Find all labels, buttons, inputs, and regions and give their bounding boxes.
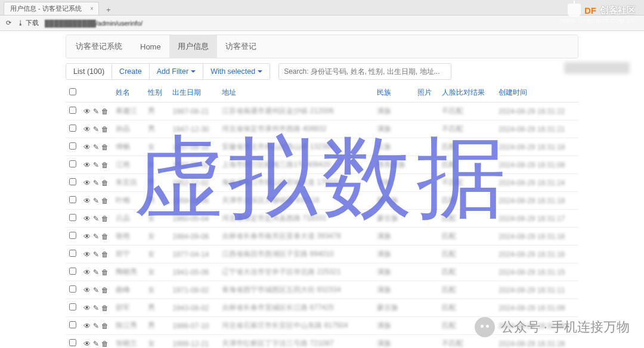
row-checkbox[interactable]: [69, 178, 76, 185]
create-button[interactable]: Create: [112, 63, 150, 80]
edit-icon[interactable]: ✎: [93, 143, 99, 151]
address-bar[interactable]: ███████████/admin/userinfo/: [45, 20, 638, 27]
delete-icon[interactable]: 🗑: [101, 250, 109, 259]
table-row[interactable]: 👁✎🗑叶梅男1959-04-06天津市北辰区天穆镇路 935116蒙古族匹配20…: [66, 192, 578, 210]
nav-home[interactable]: Home: [132, 35, 169, 58]
view-icon[interactable]: 👁: [83, 232, 91, 241]
row-checkbox[interactable]: [69, 268, 76, 275]
edit-icon[interactable]: ✎: [93, 179, 99, 187]
edit-icon[interactable]: ✎: [93, 304, 99, 312]
view-icon[interactable]: 👁: [83, 304, 91, 312]
col-name[interactable]: 姓名: [112, 83, 144, 102]
delete-icon[interactable]: 🗑: [101, 268, 109, 276]
select-all-checkbox[interactable]: [69, 88, 76, 95]
view-icon[interactable]: 👁: [83, 286, 91, 294]
user-menu-blurred[interactable]: [564, 62, 630, 74]
cell-name: 傅畅: [112, 138, 144, 156]
cell-gender: 男: [144, 317, 169, 335]
view-icon[interactable]: 👁: [83, 107, 91, 116]
table-row[interactable]: 👁✎🗑孙晶男1947-12-30河北省保定市涿州市西路 408832满族不匹配2…: [66, 120, 578, 138]
edit-icon[interactable]: ✎: [93, 197, 99, 205]
row-checkbox[interactable]: [69, 321, 76, 328]
row-checkbox[interactable]: [69, 142, 76, 150]
delete-icon[interactable]: 🗑: [101, 179, 109, 187]
nav-userinfo[interactable]: 用户信息: [169, 35, 217, 58]
search-input[interactable]: [278, 63, 451, 80]
delete-icon[interactable]: 🗑: [101, 340, 109, 348]
col-birth[interactable]: 出生日期: [169, 83, 218, 102]
row-checkbox[interactable]: [69, 214, 76, 221]
edit-icon[interactable]: ✎: [93, 125, 99, 133]
edit-icon[interactable]: ✎: [93, 107, 99, 116]
cell-ethnic: 满族: [373, 335, 414, 349]
col-select-all[interactable]: [66, 83, 80, 102]
delete-icon[interactable]: 🗑: [101, 232, 109, 241]
row-checkbox[interactable]: [69, 303, 76, 310]
delete-icon[interactable]: 🗑: [101, 161, 109, 169]
edit-icon[interactable]: ✎: [93, 286, 99, 294]
view-icon[interactable]: 👁: [83, 179, 91, 187]
table-row[interactable]: 👁✎🗑陈江秀男1986-07-10河北省石家庄市长安区中山东路 817504满族…: [66, 317, 578, 335]
row-checkbox[interactable]: [69, 125, 76, 132]
edit-icon[interactable]: ✎: [93, 322, 99, 330]
nav-visitor-log[interactable]: 访客登记: [217, 35, 265, 58]
table-row[interactable]: 👁✎🗑江艳女2002-03-02上海市闵行区虹梅三路1号 409420维吾尔族匹…: [66, 156, 578, 174]
col-photo[interactable]: 照片: [414, 83, 438, 102]
add-filter-button[interactable]: Add Filter: [150, 63, 204, 80]
tab-title: 用户信息 - 访客登记系统: [10, 4, 82, 13]
view-icon[interactable]: 👁: [83, 250, 91, 259]
browser-tab[interactable]: 用户信息 - 访客登记系统 ×: [4, 2, 99, 15]
col-ethnic[interactable]: 民族: [373, 83, 414, 102]
cell-ethnic: 满族: [373, 102, 414, 120]
edit-icon[interactable]: ✎: [93, 161, 99, 169]
table-row[interactable]: 👁✎🗑朱宏昌男1952-12-02海南省海口市琼山区府城大道 175032满族不…: [66, 174, 578, 192]
download-icon[interactable]: ⭳ 下载: [17, 18, 39, 27]
delete-icon[interactable]: 🗑: [101, 215, 109, 223]
row-checkbox[interactable]: [69, 285, 76, 293]
view-icon[interactable]: 👁: [83, 197, 91, 205]
row-checkbox[interactable]: [69, 107, 76, 114]
col-face[interactable]: 人脸比对结果: [438, 83, 495, 102]
view-icon[interactable]: 👁: [83, 268, 91, 276]
table-row[interactable]: 👁✎🗑吕晶女1960-05-04河北省保定市定兴县西路 718331蒙古族匹配2…: [66, 210, 578, 228]
row-checkbox[interactable]: [69, 339, 76, 346]
table-row[interactable]: 👁✎🗑蒋建江男1987-08-21江苏省南通市通州区金沙镇 212006满族不匹…: [66, 102, 578, 120]
row-checkbox[interactable]: [69, 250, 76, 257]
table-row[interactable]: 👁✎🗑陶晓亮女1941-05-06辽宁省大连市甘井子区华北路 225321满族匹…: [66, 263, 578, 281]
edit-icon[interactable]: ✎: [93, 250, 99, 259]
delete-icon[interactable]: 🗑: [101, 143, 109, 151]
view-icon[interactable]: 👁: [83, 215, 91, 223]
edit-icon[interactable]: ✎: [93, 215, 99, 223]
edit-icon[interactable]: ✎: [93, 268, 99, 276]
table-row[interactable]: 👁✎🗑骆艳女1984-09-06吉林省长春市南关区亚泰大道 393478满族匹配…: [66, 228, 578, 246]
view-icon[interactable]: 👁: [83, 125, 91, 133]
row-checkbox[interactable]: [69, 160, 76, 167]
delete-icon[interactable]: 🗑: [101, 286, 109, 294]
col-gender[interactable]: 性别: [144, 83, 169, 102]
cell-birth: 1947-12-30: [169, 120, 218, 138]
table-row[interactable]: 👁✎🗑郑宁女1977-04-14江西省南昌市西湖区子安路 894010满族匹配2…: [66, 246, 578, 263]
row-checkbox[interactable]: [69, 196, 76, 203]
view-icon[interactable]: 👁: [83, 340, 91, 348]
col-created[interactable]: 创建时间: [495, 83, 578, 102]
new-tab-button[interactable]: +: [103, 5, 114, 15]
view-icon[interactable]: 👁: [83, 322, 91, 330]
delete-icon[interactable]: 🗑: [101, 197, 109, 205]
delete-icon[interactable]: 🗑: [101, 125, 109, 133]
table-row[interactable]: 👁✎🗑曲峰女1971-08-02青海省西宁市城西区五四大街 932334满族匹配…: [66, 281, 578, 299]
col-address[interactable]: 地址: [218, 83, 373, 102]
view-icon[interactable]: 👁: [83, 161, 91, 169]
view-icon[interactable]: 👁: [83, 143, 91, 151]
row-checkbox[interactable]: [69, 232, 76, 239]
delete-icon[interactable]: 🗑: [101, 304, 109, 312]
table-row[interactable]: 👁✎🗑张晓兰女1999-12-21天津市红桥区丁字沽三号路 721087满族不匹…: [66, 335, 578, 349]
delete-icon[interactable]: 🗑: [101, 322, 109, 330]
edit-icon[interactable]: ✎: [93, 232, 99, 241]
table-row[interactable]: 👁✎🗑邵军男1943-08-02吉林省长春市宽城区长江路 677425蒙古族匹配…: [66, 299, 578, 317]
reload-icon[interactable]: ⟳: [6, 19, 11, 27]
table-row[interactable]: 👁✎🗑傅畅女1937-08-18安徽省淮北市相山区西山路 132364壮族匹配2…: [66, 138, 578, 156]
delete-icon[interactable]: 🗑: [101, 107, 109, 116]
with-selected-button[interactable]: With selected: [203, 63, 270, 80]
close-tab-icon[interactable]: ×: [90, 5, 94, 12]
edit-icon[interactable]: ✎: [93, 340, 99, 348]
